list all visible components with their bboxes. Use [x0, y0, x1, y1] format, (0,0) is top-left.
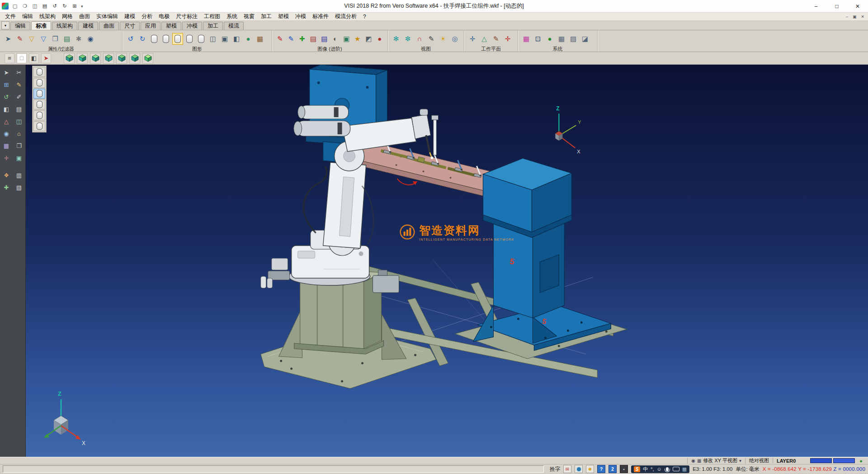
sogou-logo-icon[interactable]: S	[634, 466, 640, 472]
filter-active-icon[interactable]	[33, 89, 45, 99]
rotate-cw-icon[interactable]: ↻	[137, 33, 148, 45]
ime-punctuation-icon[interactable]: °,	[651, 466, 654, 472]
copy-attributes-icon[interactable]: ❐	[50, 33, 61, 45]
dark-status-icon[interactable]: ▪	[620, 465, 628, 473]
select-properties-icon[interactable]: ➤	[3, 33, 14, 45]
attribute-brush-icon[interactable]: ✎	[14, 33, 25, 45]
tab-edit[interactable]: 编辑	[10, 22, 30, 30]
menu-item-analysis[interactable]: 分析	[138, 13, 156, 20]
iso-view-cube-icon[interactable]	[64, 53, 75, 64]
filter-points-icon[interactable]	[33, 110, 45, 120]
pen-tool-icon[interactable]: ✐	[14, 92, 24, 102]
menu-item-edit[interactable]: 编辑	[19, 13, 36, 20]
menu-item-electrode[interactable]: 电极	[156, 13, 173, 20]
child-minimize-button[interactable]: –	[846, 14, 848, 19]
menu-item-solid-edit[interactable]: 实体编辑	[93, 13, 121, 20]
filter-wireframe-icon[interactable]	[33, 100, 45, 109]
print-icon[interactable]: ▤	[41, 3, 48, 9]
tab-progress[interactable]: 冲模	[182, 22, 202, 30]
red-pencil-icon[interactable]: ✎	[275, 33, 285, 45]
mesh-display-icon[interactable]: ▦	[255, 33, 265, 45]
system-grid-icon[interactable]: ▦	[556, 33, 567, 45]
view-mode-selector[interactable]: ◉ ▦ 修改 XY 平视图 ▾	[687, 458, 745, 464]
redo-icon[interactable]: ↻	[61, 3, 68, 9]
view-list-icon[interactable]: ≡	[5, 53, 14, 63]
gear-status-icon[interactable]: ✱	[586, 465, 594, 473]
sketch-tool-icon[interactable]: ✎	[14, 80, 24, 90]
box-view-icon[interactable]: ◫	[208, 33, 218, 45]
minimize-button[interactable]: –	[806, 0, 826, 12]
axis-tool-icon[interactable]: ✛	[1, 153, 12, 163]
highlight-icon[interactable]: ★	[353, 33, 363, 45]
box-solid-icon[interactable]: ▣	[219, 33, 230, 45]
close-button[interactable]: ✕	[847, 0, 868, 12]
menu-item-flow-analysis[interactable]: 模流分析	[332, 13, 360, 20]
green-sphere-icon[interactable]: ●	[544, 33, 555, 45]
save-file-icon[interactable]: ◫	[31, 3, 38, 9]
menu-item-file[interactable]: 文件	[2, 13, 19, 20]
front-view-cube-icon[interactable]	[77, 53, 88, 64]
ime-keyboard-icon[interactable]	[673, 467, 679, 471]
ime-mic-icon[interactable]	[666, 467, 669, 471]
cylinder-shaded-icon[interactable]	[149, 33, 160, 45]
layer-color-swatch-2[interactable]	[833, 458, 855, 463]
command-input[interactable]	[3, 465, 544, 473]
blue-list-icon[interactable]: ▤	[319, 33, 330, 45]
blank-view-icon[interactable]: □	[17, 53, 27, 63]
color-grid-icon[interactable]: ▦	[521, 33, 532, 45]
help-status-icon[interactable]: ?	[597, 465, 605, 473]
menu-item-wireframe[interactable]: 线架构	[36, 13, 59, 20]
child-close-button[interactable]: ✕	[861, 14, 864, 19]
menu-item-system[interactable]: 系统	[223, 13, 241, 20]
add-tool-icon[interactable]: ✚	[1, 182, 12, 192]
mode-2d-status-icon[interactable]: 2	[609, 465, 617, 473]
box-half-icon[interactable]: ◧	[231, 33, 242, 45]
snapshot-icon[interactable]: ▣	[341, 33, 352, 45]
zoom-tool-icon[interactable]: ◉	[1, 128, 12, 138]
shade-tool-icon[interactable]: ◧	[1, 104, 12, 114]
tab-overflow-button[interactable]: ▾	[1, 21, 9, 29]
cylinder-active-icon[interactable]	[172, 33, 183, 45]
workplane-triangle-icon[interactable]: △	[479, 33, 490, 45]
solid-tool-icon[interactable]: ◫	[14, 116, 24, 126]
settings-gear-icon[interactable]: ✱	[73, 33, 84, 45]
filter-funnel-icon[interactable]: ▽	[26, 33, 37, 45]
perspective-icon[interactable]: ◪	[580, 33, 590, 45]
menu-item-modeling[interactable]: 建模	[121, 13, 138, 20]
menu-item-standard-parts[interactable]: 标准件	[309, 13, 332, 20]
rotate-tool-icon[interactable]: ↺	[1, 92, 12, 102]
shade-corner-icon[interactable]: ◩	[363, 33, 374, 45]
undo-icon[interactable]: ↺	[51, 3, 58, 9]
scene-svg[interactable]: 5 5	[26, 65, 868, 457]
visibility-icon[interactable]: ◉	[85, 33, 96, 45]
menu-item-help[interactable]: ?	[360, 14, 369, 20]
palette-tool-icon[interactable]: ❖	[1, 170, 12, 180]
workplane-edit-icon[interactable]: ✎	[491, 33, 501, 45]
contrast-icon[interactable]: ◐	[330, 33, 341, 45]
ime-toolbox-icon[interactable]: ▦	[682, 466, 687, 472]
view-fit-icon[interactable]: ✼	[402, 33, 413, 45]
menu-item-dimension[interactable]: 尺寸标注	[173, 13, 201, 20]
annotate-view-icon[interactable]: ✎	[426, 33, 437, 45]
menu-item-mould[interactable]: 塑模	[275, 13, 292, 20]
maximize-button[interactable]: □	[826, 0, 847, 12]
tab-machining[interactable]: 加工	[203, 22, 223, 30]
view-refresh-icon[interactable]: ✻	[391, 33, 401, 45]
workplane-origin-icon[interactable]: ✛	[502, 33, 513, 45]
trim-tool-icon[interactable]: ✂	[14, 67, 24, 77]
magnet-snap-icon[interactable]: ∩	[414, 33, 425, 45]
layer-color-swatch-1[interactable]	[810, 458, 832, 463]
pick-view-icon[interactable]: ➤	[41, 53, 51, 63]
box-tool-icon[interactable]: ▣	[14, 153, 24, 163]
rotate-ccw-icon[interactable]: ↺	[125, 33, 136, 45]
menu-item-progress[interactable]: 冲模	[292, 13, 309, 20]
cylinder-ghost-icon[interactable]	[196, 33, 207, 45]
light-icon[interactable]: ☀	[438, 33, 448, 45]
grid-tool-icon[interactable]: ⊞	[1, 80, 12, 90]
tab-surface[interactable]: 曲面	[99, 22, 119, 30]
layer-indicator[interactable]: LAYER0	[773, 458, 799, 464]
viewport-3d[interactable]: 5 5	[26, 65, 868, 457]
copy-tool-icon[interactable]: ❐	[14, 141, 24, 151]
cylinder-wire-icon[interactable]	[160, 33, 171, 45]
menu-item-machining[interactable]: 加工	[258, 13, 275, 20]
